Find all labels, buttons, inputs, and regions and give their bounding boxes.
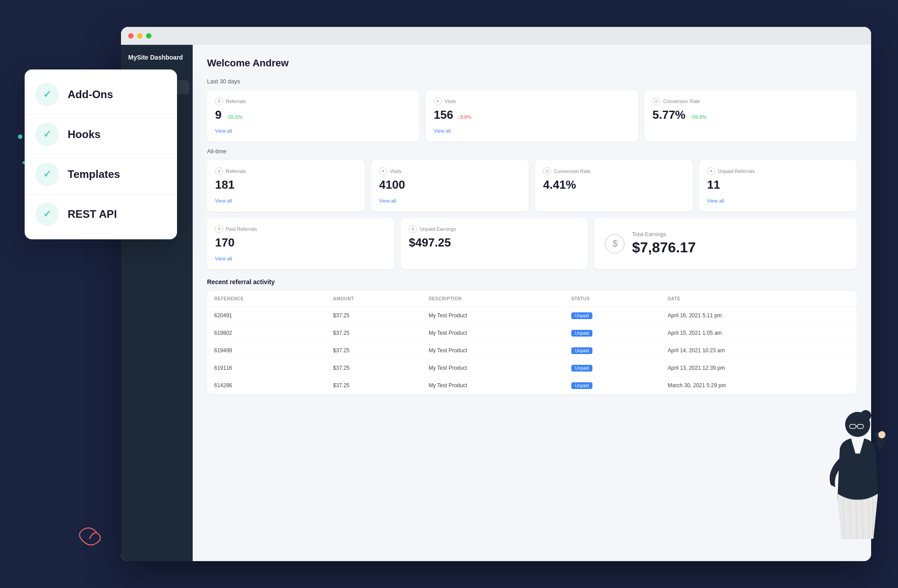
cell-date: April 15, 2021 1:05 am — [661, 324, 857, 342]
close-button[interactable] — [128, 33, 134, 39]
status-badge: Unpaid — [571, 330, 593, 337]
cell-status: Unpaid — [564, 359, 661, 377]
table-row: 619802 $37.25 My Test Product Unpaid Apr… — [207, 324, 857, 342]
cell-description: My Test Product — [421, 377, 564, 394]
conversion-badge: ↑59.9% — [690, 114, 707, 120]
at-referrals-label: Referrals — [226, 169, 246, 174]
table-row: 619116 $37.25 My Test Product Unpaid Apr… — [207, 359, 857, 377]
checkmark-icon: ✓ — [43, 208, 51, 220]
cell-date: April 14, 2021 10:23 am — [661, 342, 857, 359]
at-unpaid-value: 11 — [707, 178, 720, 192]
table-row: 620491 $37.25 My Test Product Unpaid Apr… — [207, 307, 857, 324]
traffic-lights — [128, 33, 151, 39]
browser-window: MySite Dashboard ⊙ Back to site ⌂ Dashbo… — [121, 27, 871, 561]
col-reference: Reference — [207, 291, 326, 307]
col-status: Status — [564, 291, 661, 307]
col-date: Date — [661, 291, 857, 307]
at-conversion-label: Conversion Rate — [554, 169, 591, 174]
unpaid-earnings-icon: $ — [409, 225, 417, 233]
check-circle-hooks: ✓ — [35, 123, 59, 146]
conversion-value: 5.77% — [652, 108, 686, 122]
main-layout: MySite Dashboard ⊙ Back to site ⌂ Dashbo… — [121, 45, 871, 561]
last30-stats-grid: $ Referrals 9 ↑55.6% View all ✦ Visits — [207, 90, 857, 142]
at-unpaid-view-link[interactable]: View all — [707, 198, 724, 203]
paid-icon: $ — [215, 225, 223, 233]
at-unpaid-label: Unpaid Referrals — [718, 169, 755, 174]
restapi-label: REST API — [68, 208, 117, 220]
cell-status: Unpaid — [564, 307, 661, 324]
check-circle-restapi: ✓ — [35, 203, 59, 226]
alltime-label: All-time — [207, 148, 857, 155]
hooks-label: Hooks — [68, 128, 100, 141]
at-referrals-view-link[interactable]: View all — [215, 198, 232, 203]
cell-reference: 619499 — [207, 342, 326, 359]
visits-icon: ✦ — [434, 97, 442, 105]
table-row: 619499 $37.25 My Test Product Unpaid Apr… — [207, 342, 857, 359]
conversion-icon: ⚖ — [652, 97, 661, 105]
unpaid-earnings-label: Unpaid Earnings — [419, 226, 456, 232]
paid-value: 170 — [215, 236, 234, 250]
checkmark-icon: ✓ — [43, 129, 51, 140]
bottom-stats-grid: $ Paid Referrals 170 View all $ Unpaid E… — [207, 218, 857, 269]
at-visits-value: 4100 — [379, 178, 405, 192]
col-amount: Amount — [326, 291, 421, 307]
alltime-visits-card: ✦ Visits 4100 View all — [371, 160, 529, 212]
page-title: Welcome Andrew — [207, 57, 857, 69]
conversion-label: Conversion Rate — [663, 99, 700, 104]
total-earnings-card: $ Total Earnings $7,876.17 — [594, 218, 857, 269]
at-conversion-value: 4.41% — [543, 178, 576, 192]
referrals-label: Referrals — [226, 99, 246, 104]
cell-reference: 619116 — [207, 359, 326, 377]
cell-reference: 614286 — [207, 377, 326, 394]
alltime-referrals-card: $ Referrals 181 View all — [207, 160, 365, 212]
maximize-button[interactable] — [146, 33, 151, 39]
at-unpaid-icon: ✦ — [707, 167, 715, 175]
checkmark-icon: ✓ — [43, 89, 51, 100]
referral-activity-table: Reference Amount Description Status Date… — [207, 291, 857, 394]
list-item: ✓ Add-Ons — [25, 75, 177, 115]
table-header-row: Reference Amount Description Status Date — [207, 291, 857, 307]
check-circle-addons: ✓ — [35, 83, 59, 106]
cell-status: Unpaid — [564, 342, 661, 359]
at-visits-icon: ✦ — [379, 167, 387, 175]
table-section-label: Recent referral activity — [207, 278, 857, 285]
status-badge: Unpaid — [571, 365, 593, 372]
title-bar — [121, 27, 871, 45]
at-visits-view-link[interactable]: View all — [379, 198, 396, 203]
deco-dot — [18, 134, 22, 139]
cell-amount: $37.25 — [326, 307, 421, 324]
cell-amount: $37.25 — [326, 359, 421, 377]
paid-label: Paid Referrals — [226, 226, 257, 232]
cell-date: April 16, 2021 5:11 pm — [661, 307, 857, 324]
character-illustration — [799, 400, 889, 570]
last30-conversion-card: ⚖ Conversion Rate 5.77% ↑59.9% — [644, 90, 857, 142]
paid-view-link[interactable]: View all — [215, 256, 232, 261]
cell-description: My Test Product — [421, 307, 564, 324]
referrals-view-link[interactable]: View all — [215, 128, 232, 134]
paid-referrals-card: $ Paid Referrals 170 View all — [207, 218, 394, 269]
list-item: ✓ Hooks — [25, 115, 177, 155]
templates-label: Templates — [68, 168, 120, 181]
list-item: ✓ Templates — [25, 155, 177, 195]
referrals-icon: $ — [215, 97, 223, 105]
main-content: Welcome Andrew Last 30 days $ Referrals … — [193, 45, 871, 561]
minimize-button[interactable] — [137, 33, 142, 39]
cell-description: My Test Product — [421, 359, 564, 377]
last30-referrals-card: $ Referrals 9 ↑55.6% View all — [207, 90, 419, 142]
check-circle-templates: ✓ — [35, 163, 59, 186]
alltime-unpaid-card: ✦ Unpaid Referrals 11 View all — [699, 160, 857, 212]
referrals-badge: ↑55.6% — [226, 114, 242, 120]
svg-point-5 — [878, 431, 885, 438]
status-badge: Unpaid — [571, 312, 593, 319]
addon-label: Add-Ons — [68, 88, 113, 101]
cell-description: My Test Product — [421, 324, 564, 342]
cell-amount: $37.25 — [326, 342, 421, 359]
sidebar-brand: MySite Dashboard — [121, 50, 193, 66]
at-referrals-icon: $ — [215, 167, 223, 175]
cell-reference: 619802 — [207, 324, 326, 342]
cell-status: Unpaid — [564, 324, 661, 342]
last30-visits-card: ✦ Visits 156 ↓9.8% View all — [426, 90, 638, 142]
visits-view-link[interactable]: View all — [434, 128, 451, 134]
spiral-decoration — [72, 525, 108, 552]
col-description: Description — [421, 291, 564, 307]
